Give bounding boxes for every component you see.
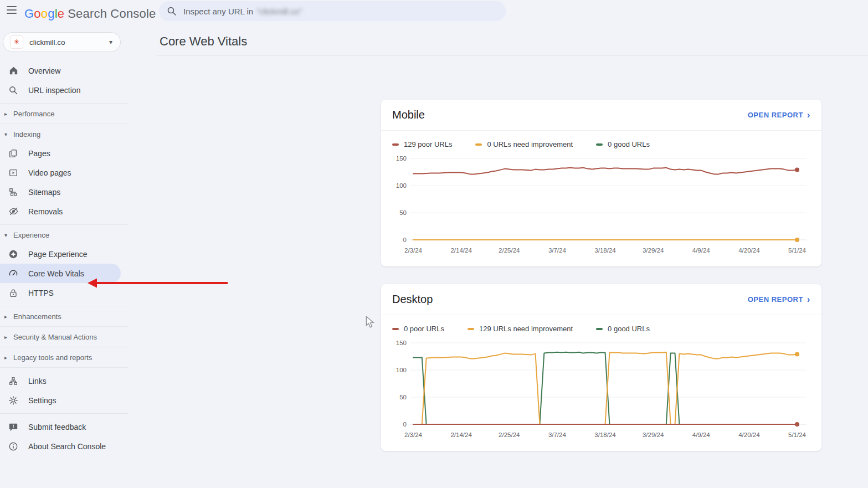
hamburger-menu-icon[interactable]	[7, 6, 17, 14]
desktop-chart-area: 0501001502/3/242/14/242/25/243/7/243/18/…	[381, 336, 821, 444]
sidebar-item-page-experience[interactable]: Page Experience	[0, 244, 129, 264]
open-report-link[interactable]: OPEN REPORT ›	[748, 110, 810, 120]
sidebar-item-label: Page Experience	[28, 250, 88, 259]
mobile-chart-svg: 0501001502/3/242/14/242/25/243/7/243/18/…	[384, 151, 814, 258]
svg-text:4/9/24: 4/9/24	[692, 247, 711, 254]
core-web-vitals-icon	[8, 268, 19, 279]
feedback-icon	[8, 422, 19, 433]
legend-swatch	[596, 143, 603, 146]
legend-swatch	[468, 328, 474, 330]
sidebar-section-label: Experience	[13, 231, 49, 239]
svg-text:2/25/24: 2/25/24	[499, 247, 520, 254]
logo-google: Google	[24, 7, 64, 20]
legend-label: 0 URLs need improvement	[487, 140, 573, 148]
legend-swatch	[596, 328, 603, 330]
svg-text:3/7/24: 3/7/24	[548, 432, 567, 438]
sidebar-item-removals[interactable]: Removals	[0, 202, 129, 221]
card-title: Desktop	[392, 293, 748, 306]
page-experience-icon	[8, 249, 19, 260]
sidebar-item-video-pages[interactable]: Video pages	[0, 163, 129, 182]
legend-item[interactable]: 129 URLs need improvement	[468, 325, 573, 333]
legend-item[interactable]: 129 poor URLs	[392, 140, 452, 148]
caret-right-icon: ▸	[4, 334, 13, 340]
sidebar-item-https[interactable]: HTTPS	[0, 283, 129, 302]
sidebar-item-label: Submit feedback	[28, 423, 86, 432]
sidebar-section-label: Legacy tools and reports	[13, 353, 92, 362]
property-selector[interactable]: ✳ clickmill.co ▾	[3, 32, 121, 52]
sidebar-section-security[interactable]: ▸ Security & Manual Actions	[0, 330, 129, 343]
sidebar-section-label: Performance	[13, 110, 54, 118]
legend-label: 0 good URLs	[608, 325, 650, 333]
sidebar-item-label: Removals	[28, 207, 63, 216]
sidebar-item-url-inspection[interactable]: URL inspection	[0, 80, 129, 100]
legend-label: 129 URLs need improvement	[479, 325, 573, 333]
chevron-right-icon: ›	[807, 295, 810, 304]
svg-text:3/29/24: 3/29/24	[643, 247, 664, 254]
property-name: clickmill.co	[29, 38, 109, 47]
svg-text:4/20/24: 4/20/24	[738, 247, 760, 254]
sidebar-section-enhancements[interactable]: ▸ Enhancements	[0, 310, 129, 323]
sidebar-item-label: Settings	[28, 396, 57, 405]
video-pages-icon	[8, 167, 19, 178]
divider	[0, 326, 129, 327]
svg-text:2/14/24: 2/14/24	[450, 432, 472, 438]
sidebar-section-label: Indexing	[13, 130, 40, 138]
sidebar-item-label: HTTPS	[28, 289, 54, 297]
svg-text:3/18/24: 3/18/24	[594, 247, 616, 254]
desktop-card: Desktop OPEN REPORT › 0 poor URLs129 URL…	[381, 284, 821, 451]
search-placeholder: Inspect any URL in	[183, 7, 253, 16]
sidebar-item-settings[interactable]: Settings	[0, 391, 129, 410]
legend-label: 0 poor URLs	[404, 325, 444, 333]
legend-item[interactable]: 0 good URLs	[596, 140, 650, 148]
sidebar-item-sitemaps[interactable]: Sitemaps	[0, 182, 129, 202]
sidebar-section-legacy-tools[interactable]: ▸ Legacy tools and reports	[0, 351, 129, 364]
sidebar-item-pages[interactable]: Pages	[0, 143, 129, 163]
url-inspection-searchbox[interactable]: Inspect any URL in "clickmill.co"	[159, 1, 506, 21]
legend: 129 poor URLs0 URLs need improvement0 go…	[381, 131, 821, 148]
sidebar-section-label: Security & Manual Actions	[13, 333, 97, 341]
caret-down-icon: ▾	[4, 232, 13, 238]
legend-item[interactable]: 0 good URLs	[596, 325, 650, 333]
legend-swatch	[392, 328, 399, 330]
sidebar-item-label: Core Web Vitals	[28, 269, 84, 278]
caret-right-icon: ▸	[4, 314, 13, 320]
svg-text:2/3/24: 2/3/24	[404, 432, 423, 438]
search-redacted-property: "clickmill.co"	[256, 7, 302, 16]
card-title: Mobile	[392, 109, 748, 121]
svg-text:2/25/24: 2/25/24	[499, 432, 520, 438]
sidebar-section-performance[interactable]: ▸ Performance	[0, 107, 129, 120]
chevron-right-icon: ›	[807, 110, 810, 120]
legend-swatch	[475, 143, 482, 146]
legend-label: 129 poor URLs	[404, 140, 452, 148]
svg-text:150: 150	[396, 340, 407, 346]
svg-text:3/29/24: 3/29/24	[643, 432, 664, 438]
sidebar-item-about[interactable]: About Search Console	[0, 436, 129, 456]
sidebar-item-label: Sitemaps	[28, 188, 60, 197]
chevron-down-icon: ▾	[109, 38, 112, 46]
sidebar-item-submit-feedback[interactable]: Submit feedback	[0, 417, 129, 436]
mouse-cursor	[365, 316, 375, 331]
sidebar-section-experience[interactable]: ▾ Experience	[0, 228, 129, 242]
sidebar-item-label: Video pages	[28, 168, 71, 177]
desktop-card-header: Desktop OPEN REPORT ›	[381, 284, 821, 315]
sidebar-section-label: Enhancements	[13, 312, 61, 321]
mobile-card: Mobile OPEN REPORT › 129 poor URLs0 URLs…	[381, 100, 821, 266]
legend-item[interactable]: 0 poor URLs	[392, 325, 444, 333]
svg-text:0: 0	[403, 237, 407, 243]
sidebar-item-core-web-vitals[interactable]: Core Web Vitals	[0, 264, 121, 283]
legend-item[interactable]: 0 URLs need improvement	[475, 140, 573, 148]
caret-down-icon: ▾	[4, 131, 13, 137]
divider	[0, 103, 129, 104]
divider	[0, 224, 129, 225]
open-report-link[interactable]: OPEN REPORT ›	[748, 295, 810, 304]
search-icon	[167, 6, 177, 16]
mobile-card-header: Mobile OPEN REPORT ›	[381, 100, 821, 131]
sidebar-item-label: About Search Console	[28, 442, 106, 451]
app-logo[interactable]: GoogleSearch Console	[24, 7, 156, 21]
sidebar-item-label: Pages	[28, 149, 50, 158]
sidebar-item-links[interactable]: Links	[0, 371, 129, 391]
sidebar-item-overview[interactable]: Overview	[0, 61, 129, 80]
svg-text:0: 0	[403, 421, 407, 428]
lock-icon	[8, 287, 19, 299]
sidebar-section-indexing[interactable]: ▾ Indexing	[0, 127, 129, 141]
